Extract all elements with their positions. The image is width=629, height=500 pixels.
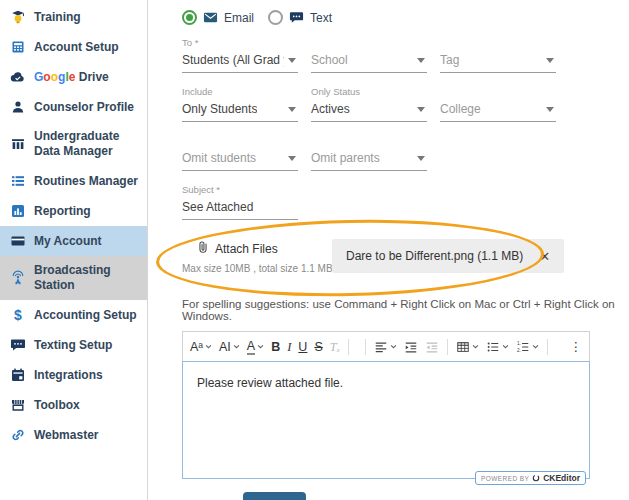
bar-chart-icon bbox=[10, 203, 26, 219]
dollar-icon: $ bbox=[10, 307, 26, 323]
remove-file-icon[interactable]: ✕ bbox=[539, 250, 550, 263]
numbered-list-button[interactable]: 1.2. bbox=[513, 338, 542, 356]
dropdown-arrow-icon bbox=[417, 156, 425, 161]
email-radio[interactable] bbox=[182, 10, 197, 25]
attached-files-list: Dare to be Different.png (1.1 MB)✕ bbox=[332, 239, 564, 273]
field-value: Students (All Grad years) bbox=[182, 53, 284, 67]
calculator-icon bbox=[10, 39, 26, 55]
person-icon bbox=[10, 99, 26, 115]
underline-button[interactable]: U bbox=[295, 338, 310, 356]
sidebar-item-accounting-setup[interactable]: $Accounting Setup bbox=[0, 300, 147, 330]
svg-text:2.: 2. bbox=[517, 347, 521, 352]
align-button[interactable] bbox=[371, 338, 400, 356]
field-label bbox=[182, 135, 298, 146]
college-select[interactable]: College bbox=[440, 100, 556, 122]
editor-toolbar: AᵃAIABIUSTₓ1.2.⋮ bbox=[182, 331, 590, 361]
attach-files-label: Attach Files bbox=[215, 242, 278, 256]
sidebar-item-webmaster[interactable]: Webmaster bbox=[0, 420, 147, 450]
omit-parents-select[interactable]: Omit parents bbox=[311, 149, 427, 171]
remove-format-button: Tₓ bbox=[327, 338, 344, 356]
sidebar-item-undergraduate-data-manager[interactable]: Undergraduate Data Manager bbox=[0, 122, 147, 166]
field-value: Omit parents bbox=[311, 151, 380, 165]
link-icon bbox=[10, 427, 26, 443]
sidebar-item-my-account[interactable]: My Account bbox=[0, 226, 147, 256]
sidebar-item-label: Undergraduate Data Manager bbox=[34, 129, 141, 159]
powered-by-label: POWERED BY bbox=[481, 475, 529, 482]
indent-button[interactable] bbox=[401, 338, 421, 356]
sidebar-item-broadcasting-station[interactable]: Broadcasting Station bbox=[0, 256, 147, 300]
bulleted-list-button[interactable] bbox=[483, 338, 512, 356]
dropdown-arrow-icon bbox=[546, 58, 554, 63]
omit-students-select[interactable]: Omit students bbox=[182, 149, 298, 171]
field-value: College bbox=[440, 102, 481, 116]
field-label bbox=[311, 135, 427, 146]
sidebar-item-label: Broadcasting Station bbox=[34, 263, 141, 293]
text-radio[interactable] bbox=[268, 10, 283, 25]
font-color-button[interactable]: A bbox=[244, 337, 267, 357]
dropdown-arrow-icon bbox=[288, 107, 296, 112]
sidebar-item-reporting[interactable]: Reporting bbox=[0, 196, 147, 226]
envelope-icon bbox=[202, 10, 219, 25]
more-options-button[interactable]: ⋮ bbox=[567, 338, 586, 356]
subject-input[interactable]: See Attached bbox=[182, 198, 298, 220]
tag-select[interactable]: Tag bbox=[440, 51, 556, 73]
editor-content-area[interactable]: Please review attached file. POWERED BY … bbox=[182, 361, 590, 479]
field-label bbox=[311, 37, 427, 48]
table-button[interactable] bbox=[453, 338, 482, 356]
google-drive-cloud-icon bbox=[10, 69, 26, 85]
sidebar-item-google-drive[interactable]: Google Drive bbox=[0, 62, 147, 92]
send-button[interactable]: Send bbox=[243, 492, 306, 500]
link-button[interactable] bbox=[354, 345, 360, 349]
school-select[interactable]: School bbox=[311, 51, 427, 73]
toolbar-separator bbox=[547, 339, 548, 355]
form-footer: Clear Send bbox=[182, 492, 629, 500]
include-select[interactable]: Only Students bbox=[182, 100, 298, 122]
sidebar-item-integrations[interactable]: Integrations bbox=[0, 360, 147, 390]
field-value: School bbox=[311, 53, 348, 67]
dropdown-arrow-icon bbox=[288, 156, 296, 161]
sidebar-item-account-setup[interactable]: Account Setup bbox=[0, 32, 147, 62]
sidebar-item-training[interactable]: Training bbox=[0, 2, 147, 32]
font-family-button[interactable]: AI bbox=[216, 338, 243, 356]
outdent-button bbox=[422, 338, 442, 356]
sidebar-item-label: Texting Setup bbox=[34, 338, 112, 353]
lightbulb-graduation-icon bbox=[10, 9, 26, 25]
dropdown-arrow-icon bbox=[546, 107, 554, 112]
field-value: Tag bbox=[440, 53, 459, 67]
sidebar-item-texting-setup[interactable]: Texting Setup bbox=[0, 330, 147, 360]
email-radio-option[interactable]: Email bbox=[182, 10, 254, 25]
recipient-form: To *Students (All Grad years)SchoolTagIn… bbox=[182, 37, 629, 220]
sidebar-item-label: Toolbox bbox=[34, 398, 80, 413]
chat-bubble-icon bbox=[288, 10, 305, 25]
attach-files-button[interactable]: Attach Files bbox=[182, 238, 278, 260]
sidebar-item-counselor-profile[interactable]: Counselor Profile bbox=[0, 92, 147, 122]
channel-option-label: Text bbox=[310, 11, 332, 25]
font-size-button[interactable]: Aᵃ bbox=[187, 338, 215, 356]
text-radio-option[interactable]: Text bbox=[268, 10, 332, 25]
svg-text:1.: 1. bbox=[517, 341, 521, 346]
only-status-select[interactable]: Actives bbox=[311, 100, 427, 122]
dropdown-arrow-icon bbox=[417, 107, 425, 112]
columns-icon bbox=[10, 136, 26, 152]
spelling-suggestions-note: For spelling suggestions: use Command + … bbox=[182, 298, 622, 322]
strikethrough-button[interactable]: S bbox=[311, 338, 325, 356]
sidebar-item-routines-manager[interactable]: Routines Manager bbox=[0, 166, 147, 196]
calendar-icon bbox=[10, 367, 26, 383]
sidebar-item-label: Google Drive bbox=[34, 70, 109, 85]
to-select[interactable]: Students (All Grad years) bbox=[182, 51, 298, 73]
field-label: Include bbox=[182, 86, 298, 97]
field-label: To * bbox=[182, 37, 298, 48]
sidebar-item-label: Account Setup bbox=[34, 40, 119, 55]
ckeditor-badge: POWERED BY CKEditor bbox=[475, 471, 586, 485]
sidebar-item-toolbox[interactable]: Toolbox bbox=[0, 390, 147, 420]
italic-button[interactable]: I bbox=[284, 338, 294, 356]
sidebar-nav: TrainingAccount SetupGoogle DriveCounsel… bbox=[0, 2, 147, 450]
clear-button[interactable]: Clear bbox=[182, 494, 227, 500]
sidebar-item-label: My Account bbox=[34, 234, 102, 249]
sidebar-item-label: Counselor Profile bbox=[34, 100, 134, 115]
field-label bbox=[440, 86, 556, 97]
field-label: Subject * bbox=[182, 184, 298, 195]
sidebar-item-label: Training bbox=[34, 10, 81, 25]
editor-text: Please review attached file. bbox=[183, 362, 589, 390]
bold-button[interactable]: B bbox=[268, 338, 283, 356]
